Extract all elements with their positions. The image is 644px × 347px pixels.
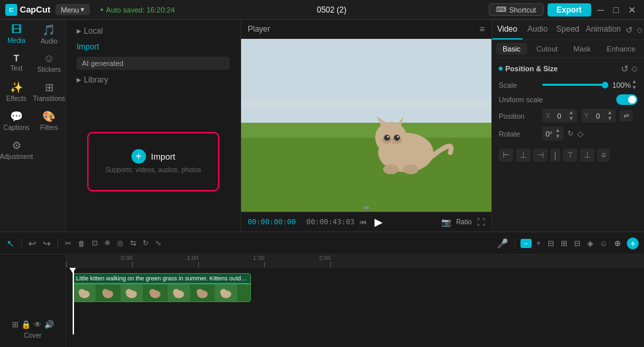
rotate-up-button[interactable]: ▲	[555, 128, 561, 133]
x-up-button[interactable]: ▲	[569, 110, 574, 115]
mirror-button[interactable]: ⇆	[129, 237, 137, 249]
rotate-clip-button[interactable]: ↻	[141, 237, 150, 249]
screenshot-button[interactable]: 📷	[441, 218, 451, 227]
export-button[interactable]: Export	[548, 3, 591, 16]
menu-button[interactable]: Menu ▾	[55, 4, 90, 15]
connect-button[interactable]: ⊞	[559, 237, 569, 249]
emoji-button[interactable]: ☺	[598, 237, 610, 249]
align-bottom-button[interactable]: ⊥	[580, 148, 594, 162]
align-center-v-button[interactable]: |	[550, 148, 560, 162]
tab-text[interactable]: T Text	[0, 49, 33, 77]
add-track-button[interactable]: ⊕	[612, 237, 623, 249]
player-video	[241, 39, 491, 212]
scale-down-button[interactable]: ▼	[631, 85, 637, 90]
split-button[interactable]: ✂	[63, 237, 73, 249]
reset-button[interactable]: ↺	[621, 63, 629, 74]
nav-ai-generated[interactable]: AI generated	[77, 57, 230, 70]
curve-button[interactable]: ∿	[154, 237, 162, 249]
svg-rect-0	[241, 39, 491, 128]
filters-icon: 🎨	[42, 110, 55, 123]
nav-import[interactable]: Import	[71, 40, 235, 54]
subtab-basic[interactable]: Basic	[496, 43, 527, 55]
rotate-field[interactable]: 0° ▲ ▼	[542, 127, 563, 141]
playhead[interactable]	[73, 268, 74, 334]
tab-adjustment[interactable]: ⚙ Adjustment	[0, 135, 33, 164]
track-eye-button[interactable]: 👁	[34, 320, 42, 329]
subtab-mask[interactable]: Mask	[567, 43, 597, 55]
add-button[interactable]: +	[627, 237, 639, 249]
align-left-button[interactable]: ⊢	[499, 148, 513, 162]
rotate-row: Rotate 0° ▲ ▼ ↻ ◇	[499, 127, 637, 141]
y-up-button[interactable]: ▲	[607, 110, 612, 115]
undo-button[interactable]: ↩	[27, 237, 38, 250]
clip-thumbnail-svg	[73, 284, 250, 301]
position-y-field[interactable]: Y 0 ▲ ▼	[581, 109, 616, 123]
ruler-mark-4: 2:00	[330, 262, 331, 267]
align-top-button[interactable]: ⊤	[563, 148, 577, 162]
tab-video[interactable]: Video	[492, 20, 522, 40]
freeze-button[interactable]: ❄	[103, 237, 112, 249]
position-swap-button[interactable]: ⇄	[620, 110, 633, 121]
diamond-keyframe-button[interactable]: ◇	[635, 20, 644, 40]
tab-filters[interactable]: 🎨 Filters	[33, 106, 66, 135]
align-center-h-button[interactable]: ⊥	[516, 148, 530, 162]
play-button[interactable]: ▶	[372, 216, 385, 228]
shortcut-button[interactable]: ⌨ Shortcut	[489, 3, 544, 16]
frame-back-button[interactable]: ⏮	[360, 218, 367, 226]
mic-button[interactable]: 🎤	[495, 237, 509, 250]
y-down-button[interactable]: ▼	[607, 116, 612, 121]
import-box[interactable]: + Import Supports: videos, audios, photo…	[87, 132, 219, 191]
maximize-button[interactable]: □	[611, 5, 622, 15]
align-right-button[interactable]: ⊣	[533, 148, 548, 162]
tab-effects[interactable]: ✨ Effects	[0, 77, 33, 106]
subtab-cutout[interactable]: Cutout	[530, 43, 564, 55]
tab-speed[interactable]: Speed	[553, 20, 583, 40]
redo-button[interactable]: ↪	[42, 237, 52, 250]
x-down-button[interactable]: ▼	[569, 116, 574, 121]
subtab-enhance[interactable]: Enhance	[600, 43, 642, 55]
tab-animation[interactable]: Animation	[583, 20, 624, 40]
nav-local[interactable]: Local	[71, 24, 235, 38]
tab-stickers[interactable]: ☺ Stickers	[33, 49, 66, 77]
close-button[interactable]: ✕	[626, 5, 639, 15]
player-menu-icon[interactable]: ≡	[480, 24, 485, 34]
scale-up-button[interactable]: ▲	[631, 79, 637, 84]
tab-transitions[interactable]: ⊞ Transitions	[33, 77, 66, 106]
zoom-in-button[interactable]: +	[534, 237, 543, 249]
scale-slider[interactable]	[542, 84, 608, 86]
tab-media[interactable]: 🎞 Media	[0, 20, 33, 49]
clip-label: Little kitten walking on the green grass…	[73, 274, 250, 283]
ratio-button[interactable]: Ratio	[456, 218, 472, 226]
scale-slider-thumb[interactable]	[602, 82, 608, 88]
zoom-out-button[interactable]: ⊟	[546, 237, 556, 249]
svg-rect-1	[241, 98, 491, 108]
tab-audio[interactable]: Audio	[522, 20, 553, 40]
split2-button[interactable]: ⊟	[572, 237, 583, 249]
crop-button[interactable]: ⊡	[90, 237, 99, 249]
detach-audio-button[interactable]: ◎	[116, 237, 125, 249]
ruler-label-2: 1:00	[187, 255, 199, 261]
position-x-field[interactable]: X 0 ▲ ▼	[542, 109, 577, 123]
align-distribute-button[interactable]: ≡	[597, 148, 610, 162]
fullscreen-button[interactable]: ⛶	[477, 218, 485, 227]
keyframe-diamond-button[interactable]: ◇	[631, 64, 637, 73]
rotate-down-button[interactable]: ▼	[555, 134, 561, 139]
rotate-keyframe-button[interactable]: ◇	[577, 129, 583, 139]
track-lock-button[interactable]: 🔒	[21, 320, 31, 329]
track-audio-button[interactable]: 🔊	[44, 320, 54, 329]
tab-audio[interactable]: 🎵 Audio	[33, 20, 66, 49]
track-add-button[interactable]: ⊞	[12, 320, 18, 329]
tab-captions[interactable]: 💬 Captions	[0, 106, 33, 135]
rotate-icon[interactable]: ↻	[567, 129, 573, 138]
delete-button[interactable]: 🗑	[77, 238, 87, 249]
zoom-snap-button[interactable]: ↔	[520, 239, 532, 248]
uniform-scale-toggle[interactable]	[616, 94, 637, 105]
video-clip[interactable]: Little kitten walking on the green grass…	[73, 273, 251, 302]
svg-point-15	[383, 164, 399, 174]
nav-library[interactable]: Library	[71, 73, 235, 87]
sticker-add-button[interactable]: ◈	[585, 237, 595, 249]
cursor-tool-button[interactable]: ↖	[5, 237, 16, 250]
undo-keyframe-button[interactable]: ↺	[624, 20, 635, 40]
minimize-button[interactable]: ─	[595, 5, 607, 15]
captions-label: Captions	[3, 124, 29, 131]
